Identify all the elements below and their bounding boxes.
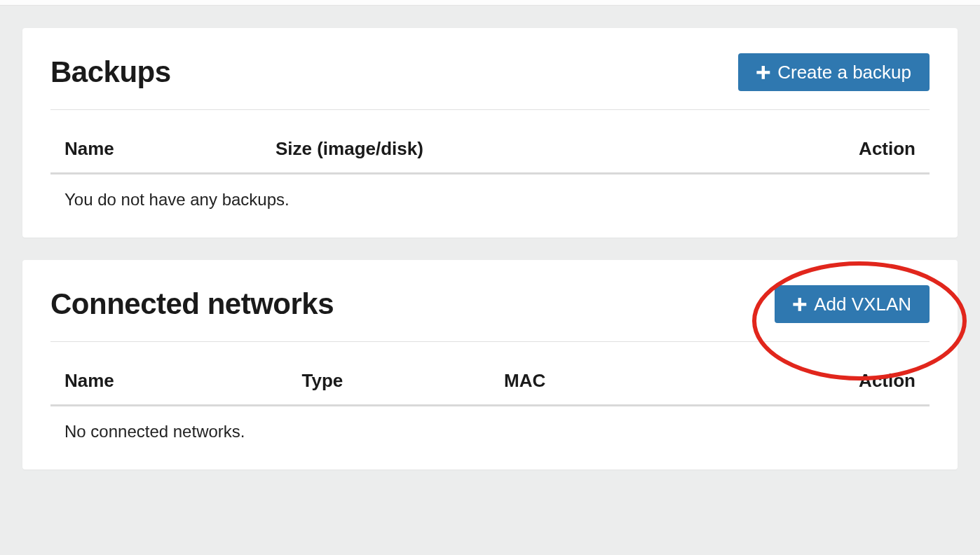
networks-col-name: Name: [50, 362, 288, 406]
networks-col-action: Action: [824, 362, 930, 406]
networks-table: Name Type MAC Action No connected networ…: [50, 362, 930, 448]
top-divider: [0, 0, 980, 6]
networks-title: Connected networks: [50, 287, 334, 321]
backups-col-name: Name: [50, 130, 261, 174]
backups-title: Backups: [50, 55, 171, 89]
backups-col-size: Size (image/disk): [261, 130, 824, 174]
backups-col-action: Action: [824, 130, 930, 174]
networks-col-mac: MAC: [490, 362, 824, 406]
table-row: No connected networks.: [50, 406, 930, 449]
networks-col-type: Type: [288, 362, 490, 406]
create-backup-button[interactable]: ➕︎ Create a backup: [738, 53, 930, 91]
backups-panel: Backups ➕︎ Create a backup Name Size (im…: [22, 28, 958, 238]
networks-header: Connected networks ➕︎ Add VXLAN: [50, 285, 930, 342]
backups-header: Backups ➕︎ Create a backup: [50, 53, 930, 110]
plus-icon: ➕︎: [793, 295, 807, 313]
add-vxlan-button[interactable]: ➕︎ Add VXLAN: [775, 285, 930, 323]
create-backup-label: Create a backup: [777, 63, 911, 81]
backups-empty-message: You do not have any backups.: [50, 174, 930, 217]
table-row: You do not have any backups.: [50, 174, 930, 217]
plus-icon: ➕︎: [756, 63, 770, 81]
add-vxlan-label: Add VXLAN: [814, 295, 911, 313]
backups-table: Name Size (image/disk) Action You do not…: [50, 130, 930, 217]
networks-panel: Connected networks ➕︎ Add VXLAN Name Typ…: [22, 260, 958, 470]
networks-empty-message: No connected networks.: [50, 406, 930, 449]
